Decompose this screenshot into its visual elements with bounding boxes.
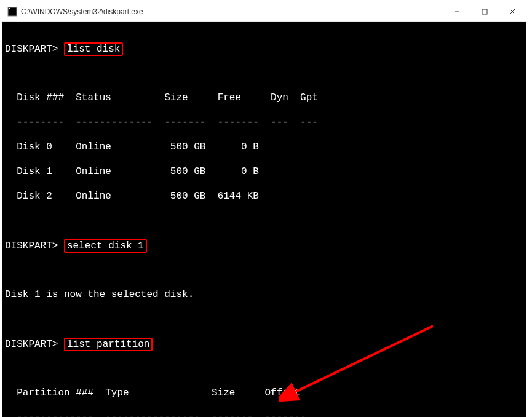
svg-line-6 (292, 326, 433, 394)
minimize-button[interactable] (443, 2, 470, 21)
prompt: DISKPART> (5, 240, 64, 252)
window-frame: C:\WINDOWS\system32\diskpart.exe DISKPAR… (2, 2, 526, 417)
table-row: Disk 1 Online 500 GB 0 B (2, 165, 526, 178)
cmd-list-partition: list partition (64, 338, 153, 351)
partition-table-divider: ------------- ---------------- ------- -… (2, 411, 526, 417)
terminal-output[interactable]: DISKPART> list disk Disk ### Status Size… (2, 22, 526, 417)
disk-table-divider: -------- ------------- ------- ------- -… (2, 116, 526, 129)
maximize-button[interactable] (470, 2, 498, 21)
svg-rect-1 (9, 8, 10, 9)
prompt: DISKPART> (5, 339, 64, 350)
app-icon (7, 7, 17, 17)
cmd-list-disk: list disk (64, 42, 123, 56)
cmd-select-disk: select disk 1 (64, 239, 147, 253)
table-row: Disk 2 Online 500 GB 6144 KB (2, 190, 526, 202)
disk-table-header: Disk ### Status Size Free Dyn Gpt (2, 92, 526, 104)
partition-table-header: Partition ### Type Size Offset (2, 387, 526, 399)
status-message: Disk 1 is now the selected disk. (2, 288, 526, 301)
prompt: DISKPART> (5, 44, 64, 55)
titlebar[interactable]: C:\WINDOWS\system32\diskpart.exe (2, 2, 526, 22)
svg-rect-3 (482, 9, 487, 14)
table-row: Disk 0 Online 500 GB 0 B (2, 141, 526, 153)
window-title: C:\WINDOWS\system32\diskpart.exe (21, 7, 143, 16)
close-button[interactable] (498, 2, 526, 21)
